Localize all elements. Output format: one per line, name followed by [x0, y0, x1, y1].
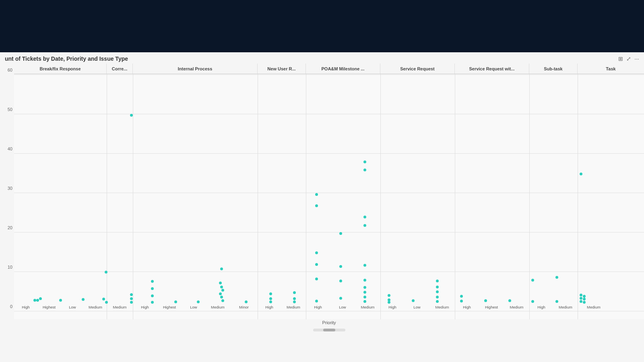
priority-label: Medium [281, 305, 306, 317]
col-service-req: Service Request [380, 64, 455, 74]
priority-label: High [529, 305, 553, 317]
dot [363, 291, 366, 294]
y-label-50: 50 [8, 107, 12, 112]
gridline-60 [14, 74, 644, 75]
dot [245, 300, 248, 303]
dot [197, 300, 200, 303]
dot [363, 264, 366, 267]
priority-label: Medium [84, 305, 107, 317]
dot [555, 276, 558, 279]
gridline-50 [14, 114, 644, 114]
dot [315, 278, 318, 280]
dot [130, 301, 133, 304]
chart-toolbar: ⊞ ⤢ ··· [618, 56, 639, 62]
priority-label: High [455, 305, 479, 317]
dot [436, 290, 439, 293]
dot [220, 267, 223, 270]
col-sep-8 [578, 74, 578, 319]
more-icon[interactable]: ··· [634, 56, 639, 62]
chart-header: unt of Tickets by Date, Priority and Iss… [0, 52, 644, 64]
dot [315, 193, 318, 196]
dot [363, 296, 366, 298]
scrollbar-thumb[interactable] [323, 329, 335, 331]
dot [39, 297, 42, 300]
dot [293, 297, 296, 300]
col-task: Task [578, 64, 644, 74]
dot [388, 301, 390, 304]
dot [269, 297, 272, 300]
dot [130, 297, 133, 300]
dot [33, 299, 36, 302]
expand-icon[interactable]: ⤢ [626, 56, 631, 62]
dot [363, 286, 366, 289]
dot [293, 300, 296, 303]
dot [269, 300, 272, 303]
priority-label: Medium [429, 305, 455, 317]
dot [460, 295, 463, 298]
dot [220, 286, 223, 288]
dot [219, 292, 222, 295]
priority-label: Low [330, 305, 355, 317]
filter-icon[interactable]: ⊞ [618, 56, 623, 62]
priority-label: Low [182, 305, 205, 317]
scrollbar-track[interactable] [313, 329, 345, 331]
col-sep-2 [133, 74, 133, 319]
dot [580, 297, 582, 300]
chart-container: unt of Tickets by Date, Priority and Iss… [0, 52, 644, 362]
dot [436, 300, 439, 303]
dot [339, 297, 342, 300]
col-sep-3 [258, 74, 258, 319]
dot [531, 279, 534, 282]
dot [412, 299, 415, 302]
dot [130, 293, 133, 296]
dot [219, 282, 222, 284]
dot [363, 169, 366, 171]
gridline-30 [14, 193, 644, 193]
y-axis: 60 50 40 30 20 10 0 [0, 64, 14, 321]
col-internal: Internal Process [133, 64, 258, 74]
dot [484, 299, 487, 302]
priority-label: Medium [578, 305, 610, 317]
dot [151, 287, 154, 290]
dot [363, 279, 366, 282]
column-headers: Break/fix Response Corre... Internal Pro… [14, 64, 644, 74]
dot [315, 204, 318, 207]
dot [315, 251, 318, 254]
priority-label: High [306, 305, 330, 317]
priority-label: High [133, 305, 157, 317]
dot [531, 300, 534, 303]
scrollbar-area [14, 329, 644, 331]
dot [363, 224, 366, 227]
dot [583, 298, 586, 300]
priority-label: Highest [479, 305, 504, 317]
dot [151, 301, 154, 304]
gridline-10 [14, 272, 644, 272]
dot [583, 301, 586, 304]
dot [151, 294, 154, 297]
dot [36, 299, 39, 302]
priority-label: High [380, 305, 405, 317]
dot [130, 114, 133, 117]
col-sep-7 [529, 74, 530, 319]
dot [460, 300, 463, 302]
dot [82, 298, 85, 301]
priority-label: Medium [107, 305, 133, 317]
dot [555, 300, 558, 303]
col-sep-1 [107, 74, 107, 319]
col-new-user: New User R... [258, 64, 306, 74]
priority-label: Low [61, 305, 84, 317]
dot [269, 292, 272, 295]
dot [151, 280, 154, 283]
priority-label: Medium [553, 305, 578, 317]
dot [363, 216, 366, 218]
chart-title: unt of Tickets by Date, Priority and Iss… [5, 56, 128, 62]
dot [436, 286, 439, 288]
dot [508, 299, 511, 302]
gridline-40 [14, 153, 644, 154]
gridline-20 [14, 232, 644, 232]
x-axis-label: Priority [14, 320, 644, 325]
dot [339, 280, 342, 282]
y-label-60: 60 [8, 68, 12, 72]
dot [363, 300, 366, 303]
dot [436, 296, 439, 298]
